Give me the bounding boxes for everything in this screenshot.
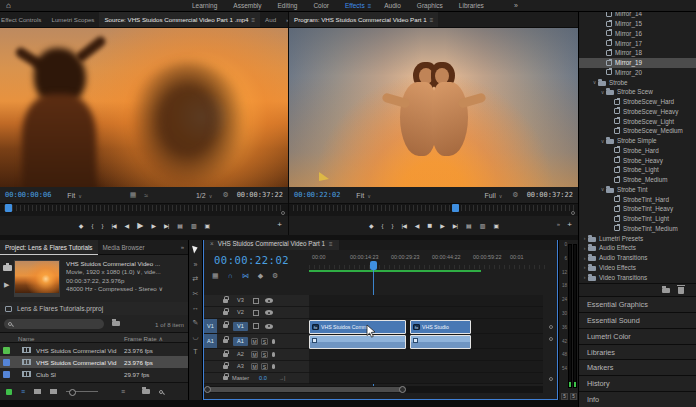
sequence-timecode[interactable]: 00:00:22:02 bbox=[214, 254, 289, 266]
snap-magnet-icon[interactable]: ∩ bbox=[228, 272, 233, 280]
lift-button[interactable]: ▤ bbox=[466, 222, 471, 229]
solo-button[interactable]: S bbox=[261, 338, 268, 345]
sort-icons-icon[interactable]: ≡ bbox=[121, 388, 125, 395]
effects-tree-item[interactable]: ∨ Strobe Scew bbox=[579, 87, 696, 97]
lock-icon[interactable] bbox=[223, 324, 228, 328]
step-back-button[interactable]: ◀ bbox=[125, 222, 129, 229]
panel-tab-essential-sound[interactable]: Essential Sound bbox=[579, 312, 696, 328]
track-name[interactable]: A2 bbox=[233, 350, 248, 359]
workspace-tab-color[interactable]: Color bbox=[313, 2, 332, 9]
ripple-edit-tool[interactable]: ⇄ bbox=[193, 275, 199, 282]
audio-clip-1[interactable] bbox=[309, 335, 406, 349]
program-position-timecode[interactable]: 00:00:22:02 bbox=[294, 191, 340, 199]
track-name[interactable]: V3 bbox=[233, 296, 248, 305]
type-tool[interactable]: T bbox=[193, 348, 197, 355]
effects-tree-item[interactable]: ∨ Strobe Tint bbox=[579, 185, 696, 195]
tab-effect-controls[interactable]: Effect Controls bbox=[0, 12, 46, 28]
effects-tree-item[interactable]: StrobeScew_Hard bbox=[579, 97, 696, 107]
linked-selection-icon[interactable]: ⋈ bbox=[242, 272, 249, 280]
project-root-row[interactable]: Lens & Flares Tutorials.prproj bbox=[0, 302, 188, 315]
program-zoom-select[interactable]: Fit∨ bbox=[356, 192, 370, 199]
effects-tree-item[interactable]: › Audio Transitions bbox=[579, 253, 696, 263]
close-icon[interactable]: × bbox=[210, 240, 214, 247]
track-name[interactable]: A3 bbox=[233, 362, 248, 371]
add-marker-icon[interactable]: ◆ bbox=[258, 272, 263, 280]
project-item-row[interactable]: VHS Stuidos Commercial Vid 23.976 fps bbox=[0, 344, 188, 356]
preview-thumbnail[interactable] bbox=[14, 260, 60, 294]
tab-program[interactable]: Program: VHS Stuidos Commercial Video Pa… bbox=[289, 12, 438, 28]
tab-lumetri-scopes[interactable]: Lumetri Scopes bbox=[46, 12, 99, 28]
search-input[interactable] bbox=[12, 320, 92, 328]
tab-source[interactable]: Source: VHS Stuidos Commercial Video Par… bbox=[99, 12, 260, 28]
tab-media-browser[interactable]: Media Browser bbox=[98, 240, 150, 255]
button-editor-plus-icon[interactable]: + bbox=[277, 220, 282, 229]
lock-icon[interactable] bbox=[223, 339, 228, 343]
track-name[interactable]: V2 bbox=[233, 308, 248, 317]
source-patch-v1[interactable]: V1 bbox=[204, 319, 217, 333]
video-clip-2[interactable]: fx VHS Studio bbox=[410, 320, 471, 334]
step-forward-button[interactable]: ▶ bbox=[151, 222, 155, 229]
solo-button[interactable]: S bbox=[261, 351, 268, 358]
label-color-swatch[interactable] bbox=[3, 371, 10, 378]
new-bin-icon[interactable] bbox=[142, 389, 150, 394]
mark-out-button[interactable]: } bbox=[392, 223, 393, 229]
panel-tab-libraries[interactable]: Libraries bbox=[579, 344, 696, 360]
sequence-icon[interactable]: ▦ bbox=[212, 272, 219, 280]
toggle-output-eye-icon[interactable] bbox=[265, 310, 273, 315]
column-name[interactable]: Name bbox=[18, 335, 35, 342]
project-writable-toggle[interactable] bbox=[6, 389, 12, 395]
effects-tree-item[interactable]: StrobeScew_Heavy bbox=[579, 107, 696, 117]
project-item-row[interactable]: VHS Stuidos Commercial Vid 23.976 fps bbox=[0, 356, 188, 368]
step-forward-button[interactable]: ▶ bbox=[440, 222, 444, 229]
fit-sequence-icon[interactable]: →| bbox=[279, 375, 285, 381]
mark-out-button[interactable]: } bbox=[101, 223, 102, 229]
settings-wrench-icon[interactable]: ⚙ bbox=[222, 191, 228, 199]
workspace-tab-editing[interactable]: Editing bbox=[278, 2, 301, 9]
effects-tree-item[interactable]: Mirror_19 bbox=[579, 58, 696, 68]
freeform-view-icon[interactable] bbox=[50, 389, 57, 394]
selection-tool[interactable] bbox=[192, 244, 199, 253]
effects-tree-item[interactable]: › Video Transitions bbox=[579, 272, 696, 282]
extract-button[interactable]: ▥ bbox=[480, 222, 485, 229]
effects-tree-item[interactable]: Mirror_17 bbox=[579, 38, 696, 48]
lock-icon[interactable] bbox=[223, 353, 228, 357]
effects-tree-item[interactable]: Mirror_16 bbox=[579, 29, 696, 39]
source-patch-a1[interactable]: A1 bbox=[204, 334, 217, 348]
new-custom-bin-icon[interactable] bbox=[662, 288, 670, 293]
panel-tab-essential-graphics[interactable]: Essential Graphics bbox=[579, 296, 696, 312]
effects-tree-item[interactable]: ∨ Strobe Simple bbox=[579, 136, 696, 146]
thumbnail-zoom-slider[interactable] bbox=[66, 391, 98, 392]
mute-button[interactable]: M bbox=[251, 338, 258, 345]
drag-audio-icon[interactable]: ≈ bbox=[144, 192, 148, 199]
twisty-icon[interactable]: ∨ bbox=[599, 186, 606, 192]
source-playhead[interactable] bbox=[5, 204, 12, 212]
program-playhead[interactable] bbox=[452, 204, 459, 212]
track-name[interactable]: V1 bbox=[233, 322, 248, 331]
twisty-icon[interactable]: ∨ bbox=[599, 138, 606, 144]
source-tabs-overflow-icon[interactable]: » bbox=[281, 12, 288, 28]
effects-tree-item[interactable]: › Video Effects bbox=[579, 263, 696, 273]
timeline-settings-wrench-icon[interactable]: ⚙ bbox=[272, 272, 278, 280]
effects-tree-item[interactable]: Mirror_18 bbox=[579, 48, 696, 58]
export-frame-button[interactable]: ▣ bbox=[205, 222, 210, 229]
toggle-output-eye-icon[interactable] bbox=[265, 298, 273, 303]
lock-icon[interactable] bbox=[223, 299, 228, 303]
overwrite-button[interactable]: ▥ bbox=[191, 222, 196, 229]
mute-button[interactable]: M bbox=[251, 351, 258, 358]
effects-tree-item[interactable]: › Audio Effects bbox=[579, 243, 696, 253]
insert-button[interactable]: ▤ bbox=[177, 222, 182, 229]
label-color-swatch[interactable] bbox=[3, 347, 10, 354]
video-clip-1[interactable]: fx VHS Stuidos Comm bbox=[309, 320, 406, 334]
search-box[interactable] bbox=[4, 319, 104, 329]
workspace-tab-learning[interactable]: Learning bbox=[192, 2, 220, 9]
go-to-out-button[interactable]: ▶| bbox=[164, 222, 168, 229]
delete-icon[interactable] bbox=[678, 287, 684, 294]
effects-tree-item[interactable]: ∨ Strobe bbox=[579, 77, 696, 87]
workspace-tab-libraries[interactable]: Libraries bbox=[459, 2, 487, 9]
solo-button[interactable]: S bbox=[261, 363, 268, 370]
program-resolution-select[interactable]: Full∨ bbox=[484, 192, 502, 199]
go-to-out-button[interactable]: ▶| bbox=[453, 222, 457, 229]
lock-icon[interactable] bbox=[223, 365, 228, 369]
effects-tree-item[interactable]: StrobeScew_Medium bbox=[579, 126, 696, 136]
tab-project[interactable]: Project: Lens & Flares Tutorials bbox=[0, 240, 98, 255]
